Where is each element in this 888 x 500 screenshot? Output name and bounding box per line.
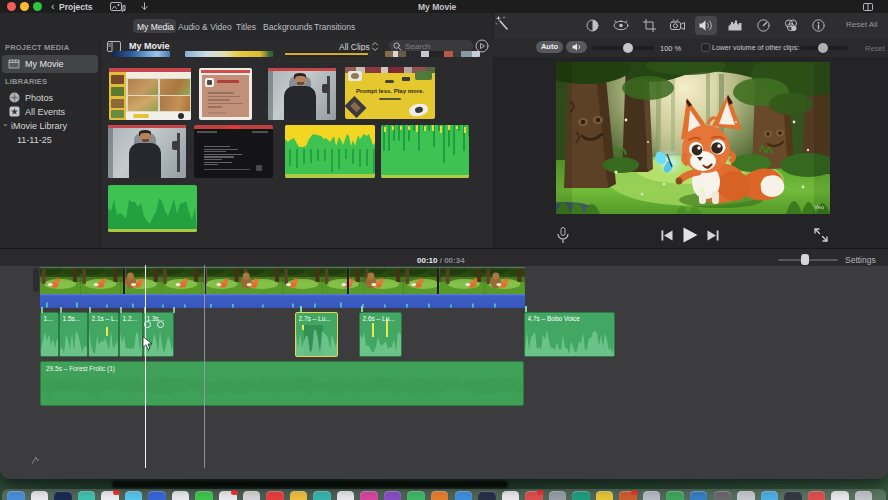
svg-text:Veo: Veo: [814, 204, 825, 210]
